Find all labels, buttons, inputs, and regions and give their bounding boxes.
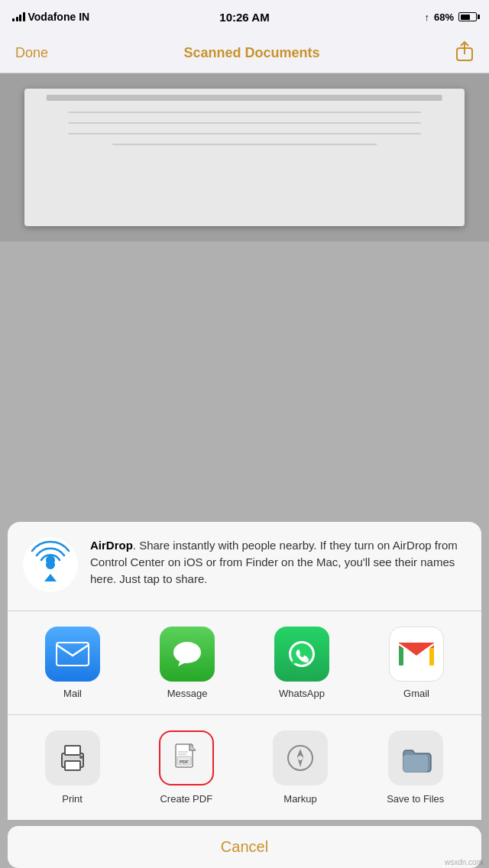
document-background [0, 73, 489, 241]
print-icon-wrapper [45, 730, 100, 785]
airdrop-title: AirDrop [90, 539, 133, 552]
message-label: Message [167, 688, 208, 699]
page-title: Scanned Documents [183, 45, 319, 61]
app-mail[interactable]: Mail [45, 627, 100, 699]
create-pdf-label: Create PDF [160, 793, 212, 805]
save-to-files-label: Save to Files [387, 793, 444, 805]
pdf-icon: PDF [170, 741, 203, 775]
svg-point-3 [46, 560, 55, 569]
apps-row: Mail Message WhatsApp [8, 611, 481, 715]
gmail-icon [389, 627, 444, 682]
print-icon [56, 741, 89, 775]
app-whatsapp[interactable]: WhatsApp [274, 627, 329, 699]
mail-label: Mail [63, 688, 82, 699]
status-right: ↑ 68% [424, 11, 477, 23]
actions-row: Print PDF Create PDF [8, 715, 481, 820]
svg-rect-14 [65, 761, 80, 770]
cancel-button[interactable]: Cancel [8, 826, 481, 868]
mail-icon [45, 627, 100, 682]
gmail-label: Gmail [403, 688, 429, 699]
svg-rect-5 [57, 643, 89, 666]
create-pdf-icon-wrapper: PDF [159, 730, 214, 785]
battery-percent: 68% [434, 11, 454, 23]
save-to-files-icon-wrapper [388, 730, 443, 785]
carrier-label: Vodafone IN [28, 11, 90, 23]
whatsapp-icon [274, 627, 329, 682]
battery-fill [461, 15, 471, 20]
app-gmail[interactable]: Gmail [389, 627, 444, 699]
watermark: wsxdn.com [445, 858, 483, 866]
markup-icon [283, 741, 317, 775]
share-button[interactable] [455, 40, 474, 66]
cancel-label: Cancel [221, 838, 268, 855]
document-preview [24, 89, 465, 226]
action-create-pdf[interactable]: PDF Create PDF [159, 730, 214, 805]
nav-bar: Done Scanned Documents [0, 34, 489, 73]
status-bar: Vodafone IN 10:26 AM ↑ 68% [0, 0, 489, 34]
share-sheet: AirDrop. Share instantly with people nea… [0, 522, 489, 868]
print-label: Print [62, 793, 83, 805]
whatsapp-label: WhatsApp [279, 688, 325, 699]
svg-text:PDF: PDF [180, 760, 189, 764]
signal-bars [12, 12, 25, 21]
svg-rect-23 [403, 755, 428, 772]
markup-label: Markup [283, 793, 316, 805]
svg-point-6 [173, 642, 201, 663]
action-print[interactable]: Print [45, 730, 100, 805]
markup-icon-wrapper [273, 730, 328, 785]
airdrop-section[interactable]: AirDrop. Share instantly with people nea… [8, 522, 481, 611]
airdrop-icon [23, 537, 78, 595]
svg-rect-4 [57, 643, 89, 666]
action-save-to-files[interactable]: Save to Files [387, 730, 444, 805]
svg-rect-13 [65, 746, 80, 755]
svg-point-15 [79, 756, 83, 759]
battery-icon [458, 12, 477, 21]
status-left: Vodafone IN [12, 11, 89, 23]
message-icon [160, 627, 215, 682]
done-button[interactable]: Done [15, 45, 48, 61]
time-label: 10:26 AM [219, 11, 269, 24]
location-icon: ↑ [424, 11, 429, 23]
save-to-files-icon [399, 741, 432, 775]
airdrop-description: AirDrop. Share instantly with people nea… [90, 537, 466, 587]
app-message[interactable]: Message [160, 627, 215, 699]
airdrop-body: . Share instantly with people nearby. If… [90, 539, 458, 585]
svg-point-22 [298, 756, 303, 760]
action-markup[interactable]: Markup [273, 730, 328, 805]
